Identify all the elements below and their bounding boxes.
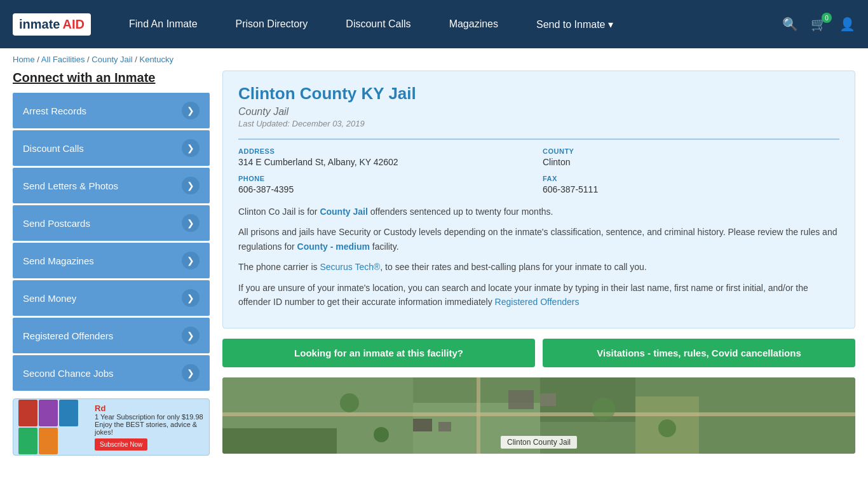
nav-prison-directory[interactable]: Prison Directory: [217, 0, 327, 48]
fax-label: FAX: [543, 175, 839, 182]
desc-para-1: Clinton Co Jail is for County Jail offen…: [238, 205, 839, 219]
sidebar-item-arrest-records[interactable]: Arrest Records ❯: [13, 93, 210, 128]
header-icons: 🔍 🛒 0 👤: [782, 17, 855, 32]
sidebar-label-send-letters: Send Letters & Photos: [23, 180, 118, 191]
sidebar-label-discount-calls: Discount Calls: [23, 143, 84, 154]
search-icon[interactable]: 🔍: [782, 17, 798, 32]
arrow-icon-postcards: ❯: [182, 214, 200, 232]
breadcrumb-kentucky[interactable]: Kentucky: [139, 55, 173, 64]
breadcrumb-county-jail[interactable]: County Jail: [92, 55, 132, 64]
svg-point-15: [658, 419, 676, 437]
nav-send-to-inmate[interactable]: Send to Inmate ▾: [517, 0, 632, 48]
arrow-icon-letters: ❯: [182, 177, 200, 194]
sidebar-label-second-chance-jobs: Second Chance Jobs: [23, 368, 114, 379]
phone-value: 606-387-4395: [238, 184, 535, 194]
registered-offenders-link[interactable]: Registered Offenders: [495, 297, 580, 307]
sidebar-item-registered-offenders[interactable]: Registered Offenders ❯: [13, 318, 210, 353]
action-buttons: Looking for an inmate at this facility? …: [222, 339, 855, 367]
ad-book-4: [18, 428, 37, 454]
phone-label: PHONE: [238, 175, 535, 182]
ad-tagline: 1 Year Subscription for only $19.98: [95, 413, 204, 421]
arrow-icon-money: ❯: [182, 289, 200, 307]
desc-para-4: If you are unsure of your inmate's locat…: [238, 281, 839, 309]
fax-value: 606-387-5111: [543, 184, 839, 194]
svg-rect-6: [222, 412, 855, 416]
map-area: Clinton County Jail: [222, 377, 855, 454]
sidebar-item-send-postcards[interactable]: Send Postcards ❯: [13, 205, 210, 241]
sidebar-item-send-money[interactable]: Send Money ❯: [13, 280, 210, 316]
desc-para-2: All prisons and jails have Security or C…: [238, 225, 839, 254]
breadcrumb-home[interactable]: Home: [13, 55, 35, 64]
svg-point-14: [592, 398, 615, 421]
logo-text: inmate: [19, 17, 60, 32]
ad-book-2: [39, 400, 58, 426]
securus-link[interactable]: Securus Tech®: [320, 262, 380, 272]
sidebar-item-send-magazines[interactable]: Send Magazines ❯: [13, 243, 210, 278]
nav-discount-calls[interactable]: Discount Calls: [327, 0, 430, 48]
map-label: Clinton County Jail: [501, 436, 577, 449]
logo-aid: AID: [62, 17, 84, 32]
breadcrumb-all-facilities[interactable]: All Facilities: [41, 55, 85, 64]
address-label: ADDRESS: [238, 147, 535, 155]
facility-subtitle: County Jail: [238, 106, 839, 118]
sidebar: Connect with an Inmate Arrest Records ❯ …: [13, 71, 210, 456]
main-content: Connect with an Inmate Arrest Records ❯ …: [0, 71, 868, 468]
sidebar-item-second-chance-jobs[interactable]: Second Chance Jobs ❯: [13, 355, 210, 391]
logo[interactable]: inmate AID: [13, 13, 91, 36]
county-label: COUNTY: [543, 147, 839, 155]
svg-rect-5: [222, 428, 337, 454]
sidebar-label-send-money: Send Money: [23, 293, 76, 304]
desc-para-3: The phone carrier is Securus Tech®, to s…: [238, 260, 839, 274]
svg-rect-8: [508, 390, 534, 409]
svg-rect-10: [413, 419, 432, 431]
sidebar-item-send-letters[interactable]: Send Letters & Photos ❯: [13, 168, 210, 203]
main-nav: Find An Inmate Prison Directory Discount…: [110, 0, 782, 48]
ad-book-1: [18, 400, 37, 426]
sidebar-label-send-magazines: Send Magazines: [23, 255, 94, 266]
svg-point-12: [340, 393, 359, 412]
facility-last-updated: Last Updated: December 03, 2019: [238, 119, 839, 128]
svg-point-13: [374, 427, 389, 442]
cart-icon[interactable]: 🛒 0: [811, 17, 827, 32]
ad-book-3: [59, 400, 78, 426]
sidebar-label-arrest-records: Arrest Records: [23, 105, 86, 116]
ad-book-5: [39, 428, 58, 454]
cart-badge: 0: [822, 13, 832, 23]
svg-rect-7: [477, 377, 480, 454]
address-block: ADDRESS 314 E Cumberland St, Albany, KY …: [238, 147, 535, 167]
content-panel: Clinton County KY Jail County Jail Last …: [222, 71, 855, 456]
ad-brand: Rd: [95, 403, 204, 413]
nav-find-inmate[interactable]: Find An Inmate: [110, 0, 217, 48]
arrow-icon-jobs: ❯: [182, 364, 200, 382]
svg-rect-9: [540, 393, 556, 406]
sidebar-title: Connect with an Inmate: [13, 71, 210, 85]
facility-title: Clinton County KY Jail: [238, 84, 839, 104]
facility-description: Clinton Co Jail is for County Jail offen…: [238, 205, 839, 309]
arrow-icon-magazines: ❯: [182, 252, 200, 269]
facility-card: Clinton County KY Jail County Jail Last …: [222, 71, 855, 329]
svg-rect-11: [438, 422, 451, 431]
find-inmate-button[interactable]: Looking for an inmate at this facility?: [222, 339, 535, 367]
fax-block: FAX 606-387-5111: [543, 175, 839, 194]
county-value: Clinton: [543, 157, 839, 167]
sidebar-label-send-postcards: Send Postcards: [23, 218, 90, 229]
address-value: 314 E Cumberland St, Albany, KY 42602: [238, 157, 535, 167]
ad-subscribe-button[interactable]: Subscribe Now: [95, 438, 147, 451]
sidebar-item-discount-calls[interactable]: Discount Calls ❯: [13, 130, 210, 166]
ad-books: [18, 400, 88, 454]
arrow-icon-offenders: ❯: [182, 327, 200, 344]
user-icon[interactable]: 👤: [839, 17, 855, 32]
county-medium-link[interactable]: County - medium: [297, 241, 370, 252]
header: inmate AID Find An Inmate Prison Directo…: [0, 0, 868, 48]
visitation-button[interactable]: Visitations - times, rules, Covid cancel…: [543, 339, 855, 367]
arrow-icon-discount: ❯: [182, 139, 200, 157]
county-jail-link[interactable]: County Jail: [320, 207, 367, 217]
county-block: COUNTY Clinton: [543, 147, 839, 167]
nav-magazines[interactable]: Magazines: [430, 0, 517, 48]
phone-block: PHONE 606-387-4395: [238, 175, 535, 194]
breadcrumb: Home / All Facilities / County Jail / Ke…: [0, 48, 868, 71]
facility-info-grid: ADDRESS 314 E Cumberland St, Albany, KY …: [238, 139, 839, 194]
ad-description: Enjoy the BEST stories, advice & jokes!: [95, 421, 204, 436]
sidebar-label-registered-offenders: Registered Offenders: [23, 330, 113, 341]
arrow-icon-arrest: ❯: [182, 102, 200, 119]
